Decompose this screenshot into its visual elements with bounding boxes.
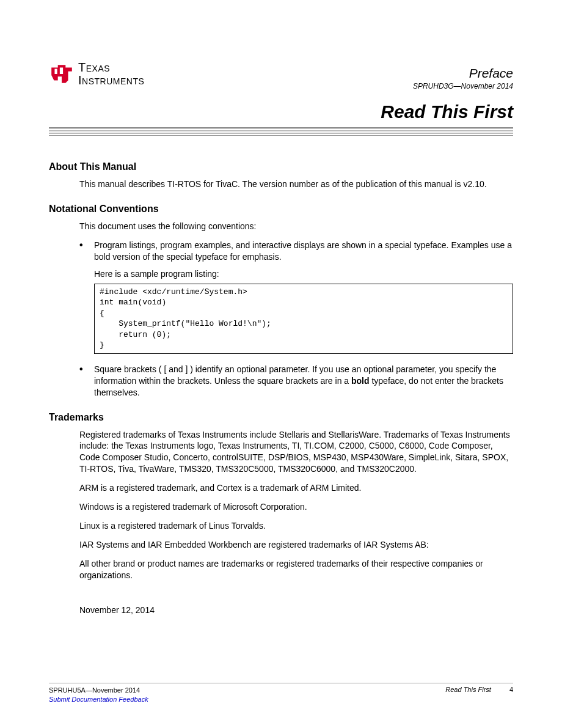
submit-feedback-link[interactable]: Submit Documentation Feedback	[49, 696, 148, 703]
trademarks-p5: IAR Systems and IAR Embedded Workbench a…	[79, 539, 513, 551]
about-p1: This manual describes TI-RTOS for TivaC.…	[79, 178, 513, 190]
section-trademarks-heading: Trademarks	[49, 412, 513, 423]
page-header: Texas Instruments Preface SPRUHD3G—Novem…	[49, 61, 513, 90]
revision-date: November 12, 2014	[79, 605, 513, 615]
footer-right: Read This First 4	[445, 686, 513, 693]
title-rule	[49, 127, 513, 136]
svg-rect-1	[54, 69, 57, 74]
conventions-bullet-1: Program listings, program examples, and …	[79, 240, 513, 263]
trademarks-p6: All other brand or product names are tra…	[79, 558, 513, 581]
page-footer: SPRUHU5A—November 2014 Submit Documentat…	[49, 683, 513, 704]
preface-label: Preface	[413, 66, 513, 81]
logo-line1: Texas	[78, 61, 144, 74]
footer-doc-id: SPRUHU5A—November 2014	[49, 686, 140, 694]
conventions-bullet-2: Square brackets ( [ and ] ) identify an …	[79, 364, 513, 399]
bullet2-bold: bold	[351, 376, 370, 386]
ti-logo-icon	[49, 61, 75, 87]
conventions-list-2: Square brackets ( [ and ] ) identify an …	[79, 364, 513, 399]
section-about-heading: About This Manual	[49, 161, 513, 172]
sample-listing-label: Here is a sample program listing:	[94, 269, 513, 279]
trademarks-p1: Registered trademarks of Texas Instrumen…	[79, 429, 513, 476]
page-number: 4	[509, 686, 513, 693]
ti-logo-block: Texas Instruments	[49, 61, 144, 87]
svg-rect-0	[60, 68, 63, 75]
footer-left: SPRUHU5A—November 2014 Submit Documentat…	[49, 686, 148, 704]
doc-id: SPRUHD3G—November 2014	[413, 82, 513, 90]
header-right: Preface SPRUHD3G—November 2014	[413, 61, 513, 90]
conventions-list: Program listings, program examples, and …	[79, 240, 513, 263]
page-title: Read This First	[49, 101, 513, 122]
logo-line2: Instruments	[78, 74, 144, 87]
ti-logo-text: Texas Instruments	[78, 61, 144, 87]
trademarks-p3: Windows is a registered trademark of Mic…	[79, 501, 513, 513]
conventions-intro: This document uses the following convent…	[79, 221, 513, 232]
section-conventions-heading: Notational Conventions	[49, 204, 513, 215]
trademarks-p2: ARM is a registered trademark, and Corte…	[79, 482, 513, 494]
footer-section-title: Read This First	[445, 686, 491, 693]
code-listing: #include <xdc/runtime/System.h> int main…	[94, 284, 513, 354]
trademarks-p4: Linux is a registered trademark of Linus…	[79, 520, 513, 532]
